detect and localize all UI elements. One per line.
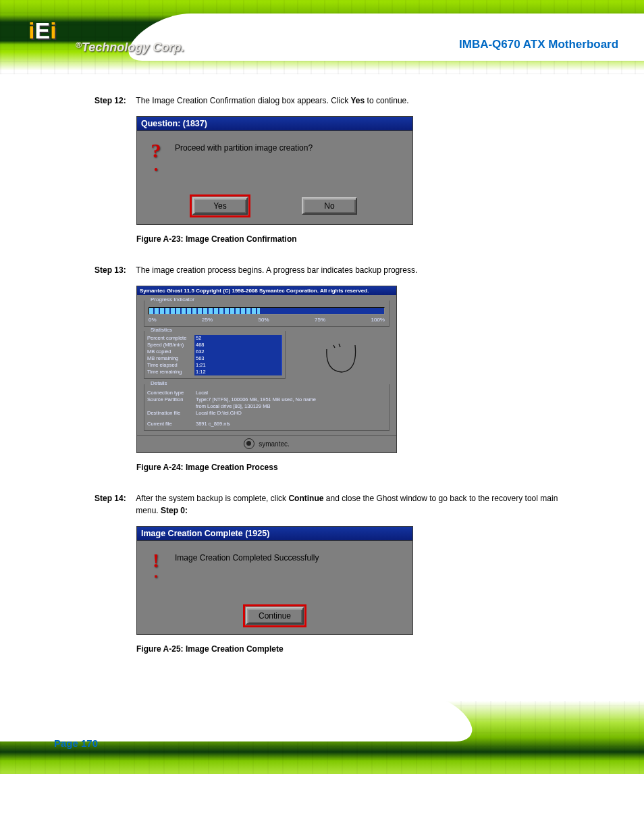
stat-mc-k: MB copied bbox=[147, 348, 194, 355]
step-14-body: After the system backup is complete, cli… bbox=[136, 492, 569, 517]
question-icon: ? bbox=[146, 142, 165, 169]
progress-bar-fill bbox=[149, 308, 260, 314]
det-ct-v: Local bbox=[196, 390, 386, 396]
no-button[interactable]: No bbox=[302, 197, 357, 215]
step-12-text-post: to continue. bbox=[367, 96, 409, 105]
page-title: IMBA-Q670 ATX Motherboard bbox=[459, 38, 618, 51]
progress-legend: Progress Indicator bbox=[149, 296, 196, 303]
step-12-bold: Yes bbox=[351, 96, 365, 105]
dialog-question: Question: (1837) ? Proceed with partitio… bbox=[136, 116, 413, 225]
statistics-legend: Statistics bbox=[149, 327, 174, 333]
footer-banner: Page 170 bbox=[0, 701, 644, 774]
details-legend: Details bbox=[149, 380, 169, 386]
exclamation-icon: ! bbox=[146, 552, 165, 579]
figure-25-label: Figure A-25: Image Creation Complete bbox=[136, 644, 570, 654]
dialog-complete-message: Image Creation Completed Successfully bbox=[175, 552, 319, 592]
step-13: Step 13: The image creation process begi… bbox=[95, 264, 570, 276]
progress-ticks: 0% 25% 50% 75% 100% bbox=[147, 316, 386, 323]
tagline-text: Technology Corp. bbox=[82, 41, 184, 54]
det-sp-v2: from Local drive [80], 130129 MB bbox=[196, 403, 386, 410]
yes-button[interactable]: Yes bbox=[192, 197, 248, 215]
statistics-box: Statistics Percent complete52 Speed (MB/… bbox=[144, 331, 286, 379]
footer-swoosh bbox=[0, 701, 477, 741]
det-sp-v1: Type:7 [NTFS], 100006 MB, 1951 MB used, … bbox=[196, 396, 386, 403]
stat-tr-v: 1:12 bbox=[194, 369, 282, 375]
symantec-brand-bar: symantec. bbox=[137, 435, 396, 452]
stat-pc-k: Percent complete bbox=[147, 335, 194, 342]
dialog-complete-buttons: Continue bbox=[137, 602, 412, 634]
figure-23-label: Figure A-23: Image Creation Confirmation bbox=[136, 234, 570, 244]
det-df-v: Local file D:\iei.GHO bbox=[196, 410, 386, 417]
progress-bar bbox=[149, 307, 385, 315]
dialog-complete: Image Creation Complete (1925) ! Image C… bbox=[136, 526, 413, 635]
step-12-label: Step 12: bbox=[95, 95, 134, 107]
banner-swoosh bbox=[122, 14, 644, 61]
step-14-bold2: Step 0: bbox=[161, 506, 188, 515]
stat-tr-k: Time remaining bbox=[147, 369, 194, 375]
step-14-label: Step 14: bbox=[95, 492, 134, 504]
dialog-question-body: ? Proceed with partition image creation? bbox=[137, 131, 412, 192]
stat-mc-v: 632 bbox=[194, 348, 282, 355]
det-cf-k: Current file bbox=[147, 421, 196, 427]
stat-sp-v: 468 bbox=[194, 342, 282, 348]
stat-mr-k: MB remaining bbox=[147, 355, 194, 362]
ghost-mascot-icon bbox=[291, 331, 390, 379]
header-banner: iEi ®Technology Corp. IMBA-Q670 ATX Moth… bbox=[0, 0, 644, 74]
stat-mr-v: 563 bbox=[194, 355, 282, 362]
tick-50: 50% bbox=[259, 317, 269, 323]
logo-letter-E: E bbox=[34, 18, 50, 43]
det-sp-blank bbox=[147, 403, 196, 410]
ghost-columns: Statistics Percent complete52 Speed (MB/… bbox=[144, 331, 390, 379]
stat-pc-v: 52 bbox=[194, 335, 282, 342]
step-13-body: The image creation process begins. A pro… bbox=[136, 264, 569, 276]
symantec-brand-text: symantec. bbox=[259, 440, 290, 448]
step-13-label: Step 13: bbox=[95, 264, 134, 276]
iei-logo: iEi bbox=[28, 18, 57, 44]
det-sp-k: Source Partition bbox=[147, 396, 196, 403]
ghost-title: Symantec Ghost 11.5 Copyright (C) 1998-2… bbox=[137, 286, 396, 295]
logo-tagline: ®Technology Corp. bbox=[76, 41, 184, 55]
tick-75: 75% bbox=[315, 317, 325, 323]
step-12: Step 12: The Image Creation Confirmation… bbox=[95, 95, 570, 107]
dialog-complete-body: ! Image Creation Completed Successfully bbox=[137, 541, 412, 602]
details-section: Details Connection typeLocal Source Part… bbox=[144, 384, 390, 431]
step-14-bold: Continue bbox=[288, 494, 323, 503]
continue-button[interactable]: Continue bbox=[246, 607, 304, 625]
dialog-complete-title: Image Creation Complete (1925) bbox=[137, 527, 412, 541]
step-12-text-pre: The Image Creation Confirmation dialog b… bbox=[136, 96, 350, 105]
symantec-logo-icon bbox=[244, 438, 254, 449]
stat-sp-k: Speed (MB/min) bbox=[147, 342, 194, 348]
step-12-body: The Image Creation Confirmation dialog b… bbox=[136, 95, 569, 107]
step-14: Step 14: After the system backup is comp… bbox=[95, 492, 570, 517]
det-ct-k: Connection type bbox=[147, 390, 196, 396]
progress-section: Progress Indicator 0% 25% 50% 75% 100% bbox=[144, 301, 390, 327]
ghost-window: Symantec Ghost 11.5 Copyright (C) 1998-2… bbox=[136, 286, 397, 453]
det-df-k: Destination file bbox=[147, 410, 196, 417]
content-area: Step 12: The Image Creation Confirmation… bbox=[0, 74, 644, 681]
registered-mark: ® bbox=[76, 41, 82, 50]
stat-te-k: Time elapsed bbox=[147, 362, 194, 369]
dialog-question-message: Proceed with partition image creation? bbox=[175, 142, 313, 182]
det-cf-v: 3891 c_869.nls bbox=[196, 421, 386, 427]
dialog-question-buttons: Yes No bbox=[137, 192, 412, 224]
figure-24-label: Figure A-24: Image Creation Process bbox=[136, 463, 570, 472]
dialog-question-title: Question: (1837) bbox=[137, 117, 412, 131]
tick-25: 25% bbox=[202, 317, 213, 323]
page-number: Page 170 bbox=[54, 737, 98, 749]
tick-100: 100% bbox=[371, 317, 384, 323]
tick-0: 0% bbox=[149, 317, 157, 323]
logo-letter-i2: i bbox=[50, 18, 56, 43]
stat-te-v: 1:21 bbox=[194, 362, 282, 369]
step-14-text-pre: After the system backup is complete, cli… bbox=[136, 494, 288, 503]
